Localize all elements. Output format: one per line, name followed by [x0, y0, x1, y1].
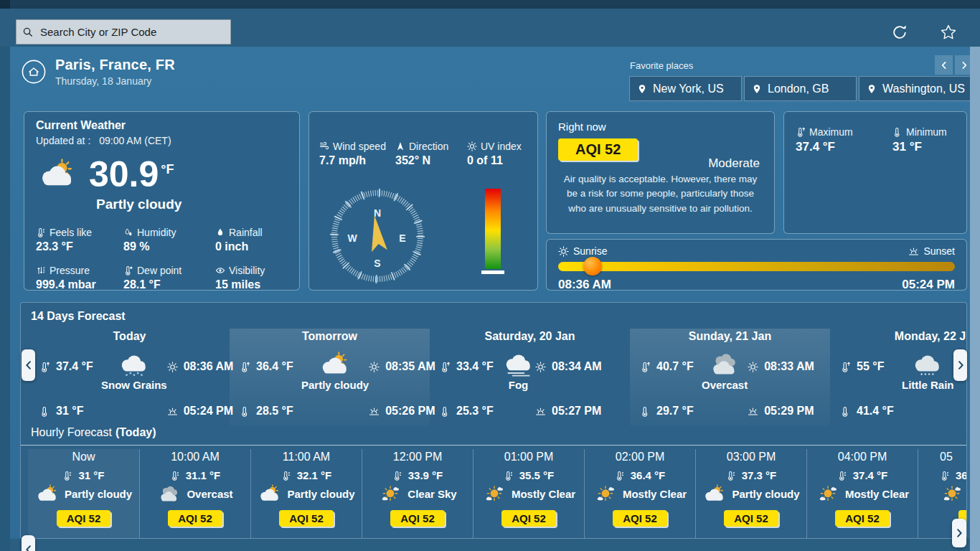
temperature-icon: [170, 471, 180, 481]
extremes-stats: Maximum 37.4 °F Minimum 31 °F: [796, 126, 955, 154]
aqi-badge: AQI 52: [558, 138, 638, 161]
hour-condition: Partly cloudy: [287, 488, 354, 500]
forecast-days: Today 37.4 °F 31 °F Snow Grains 08:36 AM…: [29, 329, 967, 426]
stat-value: 0 inch: [215, 240, 288, 253]
stat-label: Pressure: [50, 265, 90, 276]
temperature-icon: [940, 471, 950, 481]
high-temp: 36.4 °F: [256, 360, 293, 373]
aqi-badge: AQI 52: [390, 510, 445, 527]
forecast-scroll-left-button[interactable]: [22, 349, 35, 381]
sunset-time: 05:24 PM: [184, 405, 233, 418]
sunset-icon: [369, 406, 380, 417]
forecast-title: 14 Days Forecast: [31, 310, 126, 323]
sun-progress-track: [558, 262, 955, 271]
weather-icon: [502, 352, 535, 377]
favorites-prev-button[interactable]: [935, 55, 953, 75]
favorite-places: New York, US London, GB Washington, US: [629, 76, 970, 101]
uv-index-indicator: [481, 270, 504, 274]
hourly-column: 10:00 AM 31.1 °F Overcast AQI 52: [139, 449, 250, 539]
forecast-day-name: Tomorrow: [240, 330, 420, 349]
stat: Pressure 999.4 mbar: [36, 265, 123, 291]
home-icon: [22, 60, 46, 84]
aqi-badge: AQI 52: [501, 510, 556, 527]
favorites-next-button[interactable]: [955, 55, 970, 75]
stat-icon: [123, 227, 133, 237]
refresh-icon[interactable]: [891, 24, 908, 41]
weather-icon: [157, 484, 182, 504]
favorite-place-button[interactable]: New York, US: [629, 76, 742, 101]
forecast-day-name: Today: [39, 330, 220, 349]
chevron-left-icon: [940, 61, 948, 70]
stat-icon: [215, 265, 225, 276]
favorite-place-name: London, GB: [768, 83, 829, 95]
search-box[interactable]: [16, 19, 231, 44]
map-pin-icon: [752, 84, 762, 94]
topbar: [0, 9, 980, 47]
low-temp: 28.5 °F: [256, 405, 293, 418]
low-temp-icon: [39, 406, 50, 417]
current-temperature: 30.9°F: [89, 156, 174, 192]
forecast-day: Monday, 22 J 55 °F 41.4 °F Little Rain: [830, 329, 967, 426]
hour-condition: Partly cloudy: [732, 488, 799, 500]
search-icon: [22, 27, 34, 38]
forecast-condition: Little Rain: [902, 379, 954, 391]
stat-label: Rainfall: [229, 227, 263, 238]
location-title: Paris, France, FR: [55, 57, 175, 73]
forecast-panel: 14 Days Forecast Today 37.4 °F 31 °F Sno…: [20, 302, 967, 539]
stat-value: 23.3 °F: [36, 240, 123, 253]
chevron-right-icon: [956, 360, 966, 370]
stat: Maximum 37.4 °F: [796, 126, 892, 154]
hour-condition: Mostly Clear: [623, 488, 687, 500]
hourly-column: 03:00 PM 37.3 °F Partly cloudy AQI 52: [695, 449, 806, 539]
chevron-right-icon: [960, 61, 969, 70]
forecast-day: Saturday, 20 Jan 33.4 °F 25.3 °F Fog 08:…: [430, 329, 630, 426]
hour-temperature: 36.4 °F: [631, 469, 666, 481]
stat-label: UV index: [481, 141, 522, 152]
stat-icon: [467, 141, 477, 151]
sun-card: Sunrise Sunset 08:36 AM 05:24 PM: [546, 239, 967, 291]
favorite-place-button[interactable]: Washington, US: [859, 76, 970, 101]
hourly-column: 04:00 PM 37.4 °F Mostly Clear AQI 52: [806, 449, 918, 539]
sunrise-label: Sunrise: [573, 245, 607, 257]
forecast-day: Tomorrow 36.4 °F 28.5 °F Partly cloudy 0…: [230, 329, 430, 426]
weather-icon: [702, 484, 727, 504]
weather-icon: [482, 484, 507, 504]
high-temp: 40.7 °F: [656, 360, 694, 373]
high-temp: 33.4 °F: [456, 360, 494, 373]
stat: Rainfall 0 inch: [215, 227, 288, 253]
hourly-column: 12:00 PM 33.9 °F Clear Sky AQI 52: [362, 449, 473, 539]
favorite-place-name: Washington, US: [882, 83, 965, 95]
hourly-column: 02:00 PM 36.4 °F Mostly Clear AQI 52: [584, 449, 695, 539]
stat-icon: [36, 227, 46, 237]
weather-icon: [118, 352, 151, 377]
sunrise-icon: [535, 362, 546, 372]
forecast-scroll-right-button[interactable]: [953, 349, 967, 381]
compass-south-label: S: [374, 258, 380, 269]
temperature-icon: [281, 471, 291, 481]
favorite-place-button[interactable]: London, GB: [744, 76, 857, 101]
scrollbar[interactable]: [970, 47, 980, 551]
location-date: Thursday, 18 January: [55, 75, 175, 87]
stat-icon: [796, 127, 806, 137]
high-temp: 55 °F: [857, 360, 884, 373]
sunset-icon: [748, 406, 758, 417]
hour-condition: Mostly Clear: [845, 488, 909, 500]
temperature-icon: [62, 471, 72, 481]
hourly-scroll-right-button[interactable]: [952, 519, 966, 547]
weather-icon: [35, 484, 60, 504]
stat-value: 0 of 11: [467, 154, 527, 167]
search-input[interactable]: [39, 25, 225, 39]
hour-condition: Overcast: [187, 488, 232, 500]
low-temp-icon: [240, 406, 250, 417]
stat-icon: [319, 141, 329, 151]
hourly-scroll-left-button[interactable]: [22, 535, 35, 551]
extremes-card: Maximum 37.4 °F Minimum 31 °F: [783, 111, 967, 234]
hour-time: 05: [940, 451, 953, 463]
updated-value: 09:00 AM (CET): [99, 135, 171, 146]
hour-time: Now: [72, 451, 95, 463]
stat-label: Feels like: [50, 227, 92, 238]
hour-temperature: 35.5 °F: [519, 469, 555, 481]
favorite-star-icon[interactable]: [940, 24, 957, 41]
high-temp-icon: [240, 362, 250, 372]
hour-time: 11:00 AM: [283, 451, 330, 463]
